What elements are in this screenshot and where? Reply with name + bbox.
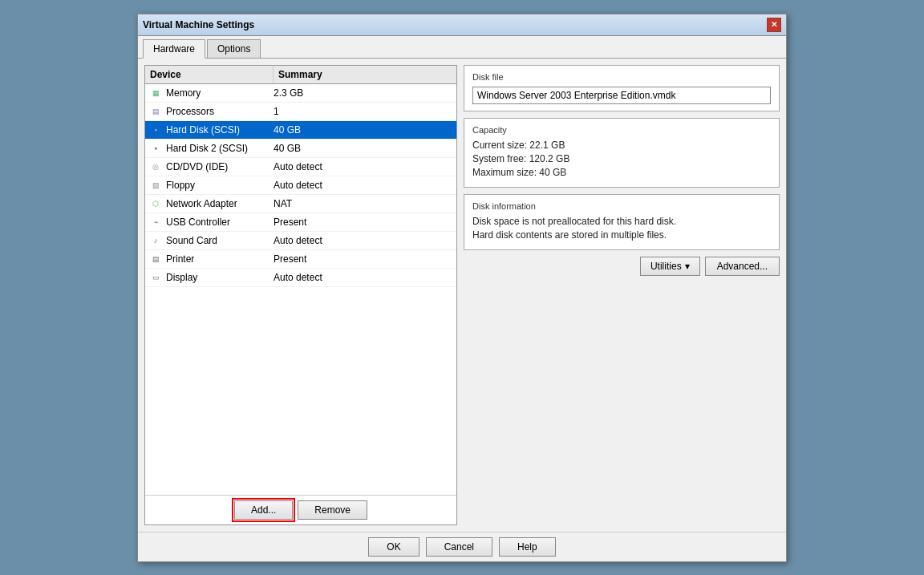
sound-summary: Auto detect: [270, 233, 456, 248]
virtual-machine-settings-window: Virtual Machine Settings ✕ Hardware Opti…: [137, 14, 787, 562]
main-content: Device Summary ▦ Memory 2.3 GB ▤ Process…: [138, 59, 786, 532]
system-free-value: 120.2 GB: [529, 153, 570, 164]
disk-info-label: Disk information: [472, 201, 771, 211]
hard-disk-1-name: Hard Disk (SCSI): [166, 123, 270, 137]
tabs-container: Hardware Options: [138, 36, 786, 59]
system-free-row: System free: 120.2 GB: [472, 153, 771, 164]
device-row-printer[interactable]: ▤ Printer Present: [145, 250, 456, 269]
device-table: Device Summary ▦ Memory 2.3 GB ▤ Process…: [145, 66, 456, 495]
utilities-label: Utilities: [650, 261, 682, 272]
device-row-memory[interactable]: ▦ Memory 2.3 GB: [145, 84, 456, 103]
usb-summary: Present: [270, 215, 456, 229]
right-panel: Disk file Capacity Current size: 22.1 GB…: [464, 65, 780, 525]
floppy-summary: Auto detect: [270, 178, 456, 192]
disk-file-section: Disk file: [464, 65, 780, 111]
add-remove-buttons: Add... Remove: [145, 495, 456, 524]
tab-options[interactable]: Options: [207, 39, 261, 58]
device-row-sound[interactable]: ♪ Sound Card Auto detect: [145, 232, 456, 250]
close-button[interactable]: ✕: [767, 18, 781, 32]
device-row-usb[interactable]: ⌁ USB Controller Present: [145, 213, 456, 232]
maximum-size-label: Maximum size:: [472, 167, 539, 178]
disk-info-line1: Disk space is not preallocated for this …: [472, 216, 771, 227]
device-row-processors[interactable]: ▤ Processors 1: [145, 103, 456, 121]
usb-icon: ⌁: [148, 217, 163, 228]
left-panel: Device Summary ▦ Memory 2.3 GB ▤ Process…: [144, 65, 457, 525]
sound-icon: ♪: [148, 235, 163, 246]
ok-button[interactable]: OK: [368, 537, 419, 557]
device-row-network[interactable]: ⬡ Network Adapter NAT: [145, 195, 456, 213]
current-size-label: Current size:: [472, 140, 529, 151]
help-button[interactable]: Help: [499, 537, 556, 557]
hard-disk-1-summary: 40 GB: [270, 123, 456, 137]
disk-file-input[interactable]: [472, 87, 771, 104]
floppy-name: Floppy: [166, 178, 270, 192]
network-summary: NAT: [270, 196, 456, 211]
usb-name: USB Controller: [166, 215, 270, 229]
network-icon: ⬡: [148, 198, 163, 209]
display-summary: Auto detect: [270, 270, 456, 285]
printer-name: Printer: [166, 252, 270, 266]
display-icon: ▭: [148, 272, 163, 283]
hard-disk-2-name: Hard Disk 2 (SCSI): [166, 141, 270, 156]
capacity-label: Capacity: [472, 125, 771, 135]
device-row-floppy[interactable]: ▨ Floppy Auto detect: [145, 176, 456, 195]
cdrom-name: CD/DVD (IDE): [166, 160, 270, 174]
device-row-hard-disk-2[interactable]: ▪ Hard Disk 2 (SCSI) 40 GB: [145, 140, 456, 158]
utilities-dropdown-icon: ▾: [685, 261, 690, 272]
display-name: Display: [166, 270, 270, 285]
maximum-size-row: Maximum size: 40 GB: [472, 167, 771, 178]
current-size-row: Current size: 22.1 GB: [472, 140, 771, 151]
col-summary-header: Summary: [274, 66, 456, 83]
footer-buttons: OK Cancel Help: [138, 532, 786, 561]
processors-summary: 1: [270, 104, 456, 119]
remove-button[interactable]: Remove: [298, 500, 367, 520]
utilities-button[interactable]: Utilities ▾: [640, 257, 700, 276]
add-button[interactable]: Add...: [234, 500, 293, 520]
advanced-button[interactable]: Advanced...: [705, 257, 780, 276]
hard-disk-1-icon: ▪: [148, 124, 163, 136]
device-row-display[interactable]: ▭ Display Auto detect: [145, 269, 456, 287]
table-header: Device Summary: [145, 66, 456, 84]
tab-hardware[interactable]: Hardware: [143, 39, 205, 59]
current-size-value: 22.1 GB: [529, 140, 565, 151]
processors-name: Processors: [166, 104, 270, 119]
device-row-cdrom[interactable]: ◎ CD/DVD (IDE) Auto detect: [145, 158, 456, 176]
capacity-section: Capacity Current size: 22.1 GB System fr…: [464, 118, 780, 188]
printer-summary: Present: [270, 252, 456, 266]
cdrom-icon: ◎: [148, 161, 163, 172]
title-bar: Virtual Machine Settings ✕: [138, 14, 786, 36]
printer-icon: ▤: [148, 253, 163, 265]
network-name: Network Adapter: [166, 196, 270, 211]
maximum-size-value: 40 GB: [539, 167, 566, 178]
disk-info-line2: Hard disk contents are stored in multipl…: [472, 229, 771, 241]
processors-icon: ▤: [148, 106, 163, 117]
system-free-label: System free:: [472, 153, 529, 164]
disk-file-label: Disk file: [472, 72, 771, 82]
hard-disk-2-icon: ▪: [148, 143, 163, 154]
sound-name: Sound Card: [166, 233, 270, 248]
cdrom-summary: Auto detect: [270, 160, 456, 174]
window-title: Virtual Machine Settings: [143, 19, 254, 30]
device-row-hard-disk-1[interactable]: ▪ Hard Disk (SCSI) 40 GB: [145, 121, 456, 140]
hard-disk-2-summary: 40 GB: [270, 141, 456, 156]
memory-name: Memory: [166, 86, 270, 100]
disk-info-section: Disk information Disk space is not preal…: [464, 194, 780, 250]
action-buttons: Utilities ▾ Advanced...: [464, 257, 780, 276]
memory-summary: 2.3 GB: [270, 86, 456, 100]
cancel-button[interactable]: Cancel: [426, 537, 492, 557]
col-device-header: Device: [145, 66, 274, 83]
floppy-icon: ▨: [148, 180, 163, 191]
memory-icon: ▦: [148, 87, 163, 99]
